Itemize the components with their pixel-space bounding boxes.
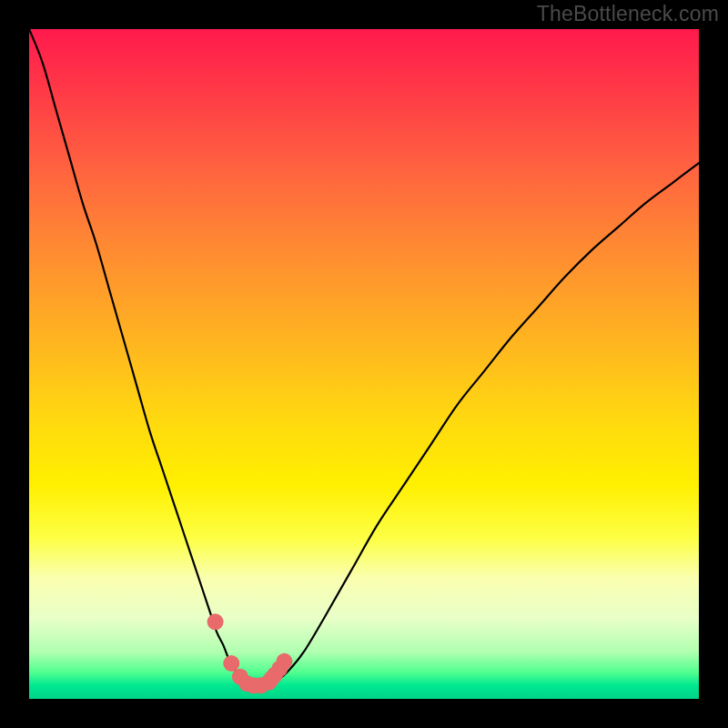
- curve-marker: [207, 613, 224, 630]
- chart-frame: TheBottleneck.com: [0, 0, 728, 728]
- curve-layer: [29, 29, 699, 699]
- curve-markers: [207, 613, 293, 693]
- bottleneck-curve: [29, 29, 699, 686]
- curve-marker: [223, 655, 239, 672]
- watermark-text: TheBottleneck.com: [537, 2, 719, 26]
- curve-marker: [276, 653, 292, 670]
- plot-area: [29, 29, 699, 699]
